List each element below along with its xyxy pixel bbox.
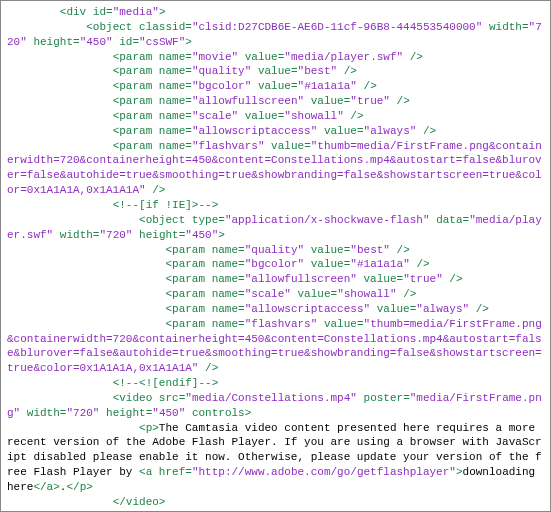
code-snippet: <div id="media"> <object classid="clsid:…	[7, 6, 542, 512]
